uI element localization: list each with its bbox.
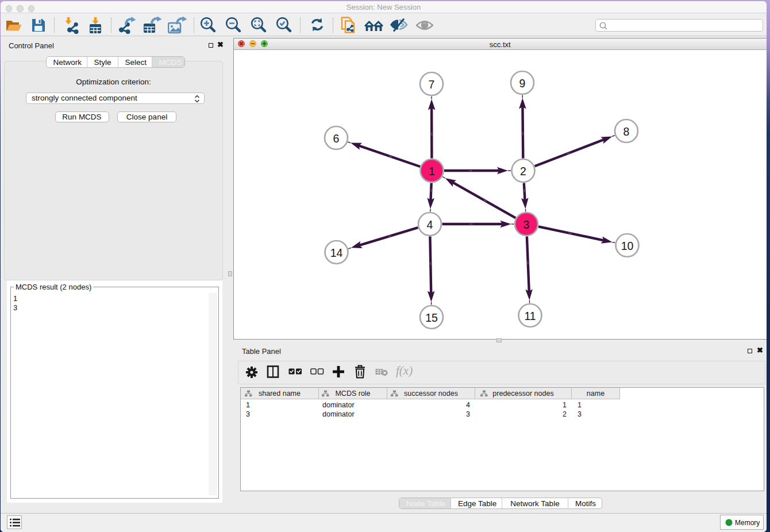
svg-text:1: 1: [429, 165, 435, 178]
svg-text:11: 11: [524, 310, 536, 322]
svg-text:6: 6: [333, 132, 340, 145]
svg-text:9: 9: [519, 77, 526, 90]
svg-text:8: 8: [623, 125, 630, 138]
svg-text:2: 2: [520, 165, 526, 178]
svg-text:3: 3: [523, 218, 530, 231]
svg-text:14: 14: [330, 246, 343, 259]
svg-text:7: 7: [429, 78, 435, 91]
svg-text:10: 10: [621, 240, 634, 252]
svg-text:4: 4: [427, 218, 433, 231]
svg-text:15: 15: [425, 311, 438, 324]
